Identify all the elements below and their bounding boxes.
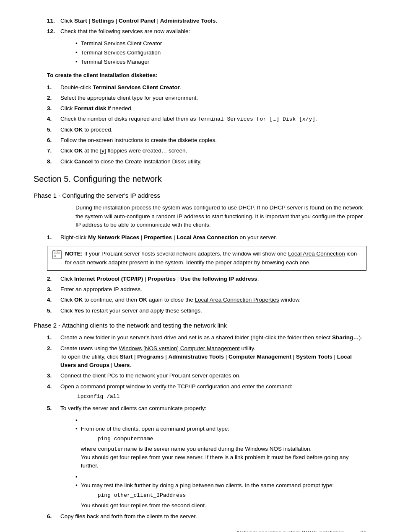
phase2-step-1: 1. Create a new folder in your server's … (47, 333, 366, 342)
note-box: ≡ 📋 NOTE: If your ProLiant server hosts … (47, 246, 366, 271)
p2s3-content: Connect the client PCs to the network yo… (60, 372, 366, 380)
phase1-step-3: 3. Enter an appropriate IP address. (47, 285, 366, 294)
phase1-steps: 1. Right-click My Network Places | Prope… (34, 233, 366, 242)
p1s3-content: Enter an appropriate IP address. (60, 285, 366, 294)
note-icon: ≡ 📋 (52, 250, 62, 262)
phase2-steps: 1. Create a new folder in your server's … (34, 333, 366, 413)
ds2-content: Select the appropriate client type for y… (60, 94, 366, 102)
diskette-step-6: 6. Follow the on-screen instructions to … (47, 136, 366, 145)
p1s1-num: 1. (47, 233, 60, 242)
ds3-num: 3. (47, 104, 60, 113)
ds7-content: Click OK at the [y] floppies were create… (60, 147, 366, 155)
diskette-step-2: 2. Select the appropriate client type fo… (47, 94, 366, 102)
footer-spacer (34, 529, 237, 532)
ping-computername: ping computername (98, 435, 366, 443)
ds6-num: 6. (47, 136, 60, 145)
svg-text:📋: 📋 (54, 250, 58, 253)
create-diskettes-heading: To create the client installation disket… (47, 71, 366, 80)
ping-other-client: ping other_client_IPaddress (98, 491, 334, 500)
p2s3-num: 3. (47, 372, 60, 380)
diskette-step-7: 7. Click OK at the [y] floppies were cre… (47, 147, 366, 155)
p2s4-num: 4. (47, 382, 60, 403)
note-label: NOTE: (65, 251, 83, 257)
phase1-step-1: 1. Right-click My Network Places | Prope… (47, 233, 366, 242)
step-11-content: Click Start | Settings | Control Panel |… (60, 17, 366, 25)
ds4-content: Check the number of disks required and l… (60, 115, 366, 124)
ds3-content: Click Format disk if needed. (60, 104, 366, 113)
section5-title: Section 5. Configuring the network (34, 173, 366, 185)
ds8-num: 8. (47, 158, 60, 166)
phase1-step-4: 4. Click OK to continue, and then OK aga… (47, 296, 366, 304)
step-11-number: 11. (47, 17, 60, 25)
p1s4-content: Click OK to continue, and then OK again … (60, 296, 366, 304)
p1s2-num: 2. (47, 275, 60, 283)
p2s6-num: 6. (47, 512, 60, 521)
p1s3-num: 3. (47, 285, 60, 294)
service-2: Terminal Services Configuration (75, 49, 366, 57)
footer-text: Network operating system (NOS) installat… (237, 529, 344, 532)
p2b2-text: You may test the link further by doing a… (81, 481, 334, 510)
diskette-step-3: 3. Click Format disk if needed. (47, 104, 366, 113)
ds1-num: 1. (47, 83, 60, 92)
p2s1-num: 1. (47, 333, 60, 342)
p2s2-num: 2. (47, 344, 60, 370)
phase2-step-4: 4. Open a command prompt window to verif… (47, 382, 366, 403)
diskette-steps: 1. Double-click Terminal Services Client… (34, 83, 366, 166)
phase2-step-6: 6. Copy files back and forth from the cl… (47, 512, 366, 521)
footer-divider (349, 529, 355, 532)
phase2-step-5: 5. To verify the server and clients can … (47, 404, 366, 413)
page-footer: Network operating system (NOS) installat… (34, 529, 366, 532)
step-12: 12. Check that the following services ar… (47, 27, 366, 36)
service-1: Terminal Services Client Creator (75, 39, 366, 48)
p1s5-content: Click Yes to restart your server and app… (60, 307, 366, 315)
services-list: Terminal Services Client Creator Termina… (42, 39, 366, 67)
ds4-num: 4. (47, 115, 60, 124)
p2s1-content: Create a new folder in your server's har… (60, 333, 366, 342)
p1s5-num: 5. (47, 307, 60, 315)
phase2-title: Phase 2 - Attaching clients to the netwo… (34, 321, 366, 331)
phase2-bullets: • From one of the clients, open a comman… (42, 416, 366, 510)
phase2-bullet-2: • You may test the link further by doing… (75, 473, 366, 510)
diskette-step-8: 8. Click Cancel to close the Create Inst… (47, 158, 366, 166)
p2s4-content: Open a command prompt window to verify t… (60, 382, 366, 403)
step-12-number: 12. (47, 27, 60, 36)
phase1-body: During the installation process the syst… (75, 204, 366, 229)
phase1-title: Phase 1 - Configuring the server's IP ad… (34, 191, 366, 201)
phase2-step-3: 3. Connect the client PCs to the network… (47, 372, 366, 380)
svg-text:≡: ≡ (54, 254, 56, 258)
ds5-content: Click OK to proceed. (60, 126, 366, 134)
p2s5-num: 5. (47, 404, 60, 413)
ds7-num: 7. (47, 147, 60, 155)
phase1-step-2: 2. Click Internet Protocol (TCP/IP) | Pr… (47, 275, 366, 283)
service-3: Terminal Services Manager (75, 58, 366, 66)
footer-page: 36 (361, 529, 366, 532)
top-steps: 11. Click Start | Settings | Control Pan… (34, 17, 366, 36)
phase2-bullet-1: • From one of the clients, open a comman… (75, 416, 366, 470)
p2s6-content: Copy files back and forth from the clien… (60, 512, 366, 521)
ds1-content: Double-click Terminal Services Client Cr… (60, 83, 366, 92)
phase2-step-2: 2. Create users using the Windows [NOS v… (47, 344, 366, 370)
diskette-step-4: 4. Check the number of disks required an… (47, 115, 366, 124)
ds2-num: 2. (47, 94, 60, 102)
p1s2-content: Click Internet Protocol (TCP/IP) | Prope… (60, 275, 366, 283)
p1s1-content: Right-click My Network Places | Properti… (60, 233, 366, 242)
phase1-steps2: 2. Click Internet Protocol (TCP/IP) | Pr… (34, 275, 366, 315)
p1s4-num: 4. (47, 296, 60, 304)
phase2-last-step-list: 6. Copy files back and forth from the cl… (34, 512, 366, 521)
ipconfig-command: ipconfig /all (77, 393, 366, 401)
step-12-content: Check that the following services are no… (60, 27, 366, 36)
diskette-step-1: 1. Double-click Terminal Services Client… (47, 83, 366, 92)
note-content: NOTE: If your ProLiant server hosts seve… (65, 250, 361, 267)
phase1-step-5: 5. Click Yes to restart your server and … (47, 307, 366, 315)
ds8-content: Click Cancel to close the Create Install… (60, 158, 366, 166)
page: 11. Click Start | Settings | Control Pan… (0, 0, 400, 532)
ds6-content: Follow the on-screen instructions to cre… (60, 136, 366, 145)
p2b1-text: From one of the clients, open a command … (81, 425, 366, 470)
diskette-step-5: 5. Click OK to proceed. (47, 126, 366, 134)
step-11: 11. Click Start | Settings | Control Pan… (47, 17, 366, 25)
p2s2-content: Create users using the Windows [NOS vers… (60, 344, 366, 370)
ds5-num: 5. (47, 126, 60, 134)
p2s5-content: To verify the server and clients can com… (60, 404, 366, 413)
